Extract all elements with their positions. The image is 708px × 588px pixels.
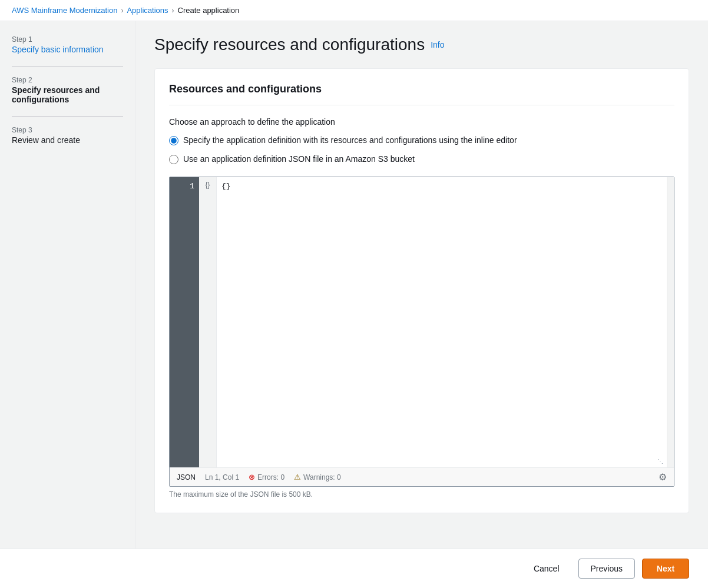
card-title: Resources and configurations [169, 83, 674, 105]
editor-textarea[interactable]: {} [217, 177, 667, 467]
editor-gutter: {} [199, 177, 217, 467]
info-link[interactable]: Info [431, 40, 444, 49]
step1-label: Step 1 [12, 35, 123, 44]
errors-count: Errors: 0 [257, 473, 284, 481]
json-editor-container: 1 {} {} ⋱ JSON [169, 177, 674, 487]
radio-option-inline[interactable]: Specify the application definition with … [169, 135, 674, 147]
status-errors: ⊗ Errors: 0 [249, 473, 284, 481]
content-area: Specify resources and configurations Inf… [135, 21, 708, 585]
page-heading: Specify resources and configurations Inf… [154, 35, 689, 54]
radio-inline-input[interactable] [169, 136, 178, 145]
sidebar-step2: Step 2 Specify resources and configurati… [12, 76, 123, 104]
step-divider-1 [12, 66, 123, 67]
editor-scrollbar[interactable] [667, 177, 674, 467]
breadcrumb-sep1: › [121, 6, 123, 15]
step2-title: Specify resources and configurations [12, 85, 123, 104]
breadcrumb-sep2: › [172, 6, 174, 15]
approach-label: Choose an approach to define the applica… [169, 117, 674, 127]
warnings-count: Warnings: 0 [303, 473, 341, 481]
status-warnings: ⚠ Warnings: 0 [294, 473, 341, 481]
editor-statusbar: JSON Ln 1, Col 1 ⊗ Errors: 0 ⚠ Warnings:… [170, 467, 674, 486]
editor-note: The maximum size of the JSON file is 500… [169, 490, 674, 499]
line-numbers: 1 [170, 177, 199, 467]
warning-icon: ⚠ [294, 473, 301, 481]
fold-icon[interactable]: {} [205, 181, 210, 189]
breadcrumb-applications-link[interactable]: Applications [127, 6, 168, 15]
breadcrumb-service-link[interactable]: AWS Mainframe Modernization [12, 6, 117, 15]
status-position: Ln 1, Col 1 [205, 473, 239, 481]
sidebar-step1: Step 1 Specify basic information [12, 35, 123, 54]
editor-main: {} ⋱ [217, 177, 667, 467]
step3-label: Step 3 [12, 126, 123, 134]
sidebar-step3: Step 3 Review and create [12, 126, 123, 145]
footer: Cancel Previous Next [0, 549, 708, 588]
breadcrumb-current: Create application [178, 6, 240, 15]
cancel-button[interactable]: Cancel [522, 559, 571, 578]
page-title: Specify resources and configurations [154, 35, 425, 54]
line-number-1: 1 [174, 181, 194, 192]
step3-title: Review and create [12, 135, 123, 145]
radio-option-s3[interactable]: Use an application definition JSON file … [169, 154, 674, 165]
error-icon: ⊗ [249, 473, 255, 481]
gear-icon[interactable]: ⚙ [659, 471, 667, 483]
next-button[interactable]: Next [642, 559, 689, 579]
step-divider-2 [12, 116, 123, 117]
step1-title[interactable]: Specify basic information [12, 45, 104, 54]
previous-button[interactable]: Previous [578, 559, 635, 579]
main-layout: Step 1 Specify basic information Step 2 … [0, 21, 708, 585]
sidebar: Step 1 Specify basic information Step 2 … [0, 21, 135, 585]
step2-label: Step 2 [12, 76, 123, 84]
radio-inline-label: Specify the application definition with … [183, 135, 517, 147]
status-language: JSON [177, 473, 196, 481]
radio-s3-input[interactable] [169, 155, 178, 164]
editor-body: 1 {} {} ⋱ [170, 177, 674, 467]
resize-handle[interactable]: ⋱ [657, 458, 664, 465]
resources-card: Resources and configurations Choose an a… [154, 68, 689, 513]
radio-s3-label: Use an application definition JSON file … [183, 154, 415, 165]
breadcrumb: AWS Mainframe Modernization › Applicatio… [0, 0, 708, 21]
radio-group: Specify the application definition with … [169, 135, 674, 165]
